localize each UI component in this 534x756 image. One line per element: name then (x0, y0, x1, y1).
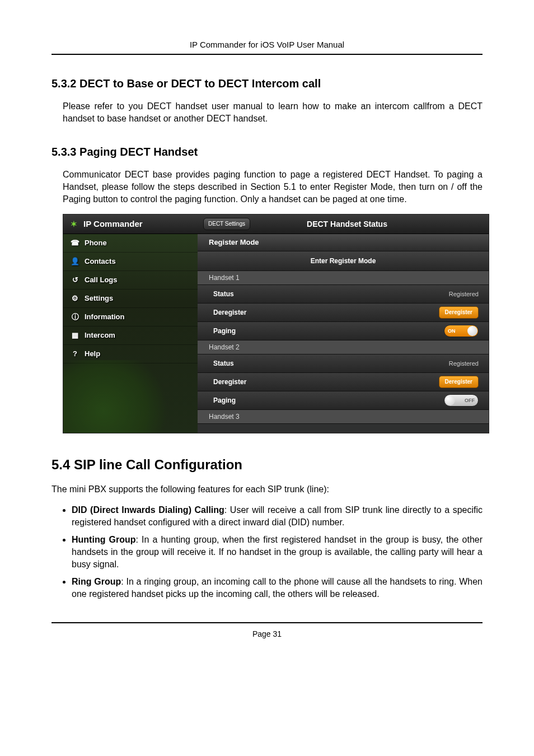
contacts-icon: 👤 (70, 256, 80, 267)
enter-register-mode-row[interactable]: Enter Register Mode (198, 251, 489, 271)
doc-header: IP Commander for iOS VoIP User Manual (51, 39, 483, 54)
row-label: Paging (213, 326, 236, 335)
sidebar-item-label: Intercom (85, 330, 115, 340)
row-label: Status (213, 290, 234, 298)
page-title: DECT Handset Status (211, 219, 483, 230)
intercom-icon: ▦ (70, 330, 80, 340)
list-item: Ring Group: In a ringing group, an incom… (72, 576, 483, 600)
deregister-button[interactable]: Deregister (439, 306, 479, 319)
paging-toggle[interactable]: OFF (444, 394, 479, 407)
row-label: Deregister (213, 377, 246, 386)
register-mode-header: Register Mode (198, 234, 489, 251)
handset-1-paging-row: Paging ON (198, 322, 489, 340)
intro-5-4: The mini PBX supports the following feat… (51, 483, 483, 496)
help-icon: ? (70, 349, 80, 359)
handset-2-header: Handset 2 (198, 340, 489, 354)
sidebar-item-call-logs[interactable]: ↺ Call Logs (63, 271, 198, 290)
dect-handset-status-screenshot: ✶ IP Commander ☎ Phone 👤 Contacts ↺ Call… (63, 214, 489, 433)
header-rule (51, 54, 483, 55)
heading-5-3-3: 5.3.3 Paging DECT Handset (51, 144, 483, 160)
handset-3-header: Handset 3 (198, 410, 489, 424)
content-pane: DECT Settings DECT Handset Status Regist… (198, 214, 489, 433)
handset-1-deregister-row: Deregister Deregister (198, 304, 489, 322)
sidebar-item-label: Phone (85, 238, 107, 248)
handset-1-status-row: Status Registered (198, 285, 489, 304)
list-item: DID (Direct Inwards Dialing) Calling: Us… (72, 504, 483, 528)
heading-5-4: 5.4 SIP line Call Configuration (51, 456, 483, 474)
handset-1-header: Handset 1 (198, 271, 489, 285)
info-icon: ⓘ (70, 312, 80, 322)
row-label: Deregister (213, 308, 246, 317)
call-logs-icon: ↺ (70, 275, 80, 285)
sidebar-item-settings[interactable]: ⚙ Settings (63, 290, 198, 308)
sidebar-item-information[interactable]: ⓘ Information (63, 308, 198, 326)
handset-2-deregister-row: Deregister Deregister (198, 373, 489, 391)
footer-rule (51, 622, 483, 623)
body-5-3-2: Please refer to you DECT handset user ma… (63, 100, 483, 124)
sidebar-item-contacts[interactable]: 👤 Contacts (63, 253, 198, 271)
sidebar-item-label: Settings (85, 293, 113, 304)
sidebar: ✶ IP Commander ☎ Phone 👤 Contacts ↺ Call… (63, 214, 198, 433)
heading-5-3-2: 5.3.2 DECT to Base or DECT to DECT Inter… (51, 76, 483, 91)
deregister-button[interactable]: Deregister (439, 376, 479, 388)
brand-row: ✶ IP Commander (63, 214, 198, 234)
status-value: Registered (449, 290, 479, 298)
sidebar-item-label: Information (85, 312, 125, 322)
status-value: Registered (449, 360, 479, 368)
paging-toggle[interactable]: ON (444, 325, 479, 337)
gear-icon: ⚙ (70, 293, 80, 304)
phone-icon: ☎ (70, 238, 80, 248)
sidebar-item-label: Help (85, 349, 100, 359)
brand-icon: ✶ (69, 219, 79, 229)
topbar: DECT Settings DECT Handset Status (198, 214, 489, 234)
row-label: Status (213, 359, 234, 368)
handset-2-status-row: Status Registered (198, 354, 489, 373)
handset-2-paging-row: Paging OFF (198, 391, 489, 410)
body-5-3-3: Communicator DECT base provides paging f… (63, 169, 483, 205)
page-footer: Page 31 (51, 629, 483, 640)
sidebar-item-label: Contacts (85, 256, 116, 267)
sidebar-item-intercom[interactable]: ▦ Intercom (63, 326, 198, 345)
brand-label: IP Commander (83, 218, 143, 230)
feature-list: DID (Direct Inwards Dialing) Calling: Us… (51, 504, 483, 600)
sidebar-item-label: Call Logs (85, 275, 118, 285)
sidebar-leaf-art (63, 360, 198, 433)
row-label: Paging (213, 396, 236, 405)
sidebar-item-phone[interactable]: ☎ Phone (63, 234, 198, 253)
list-item: Hunting Group: In a hunting group, when … (72, 534, 483, 570)
